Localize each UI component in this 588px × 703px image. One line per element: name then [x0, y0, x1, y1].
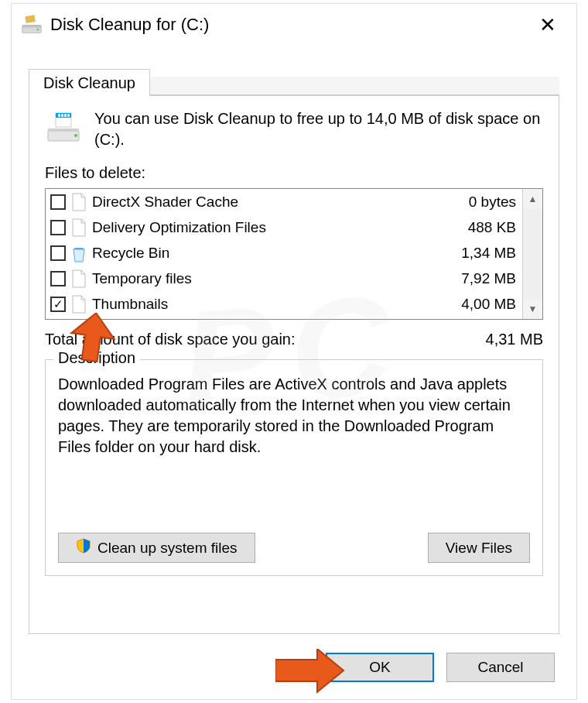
svg-point-12: [74, 134, 77, 137]
list-item[interactable]: Temporary files7,92 MB: [46, 266, 522, 291]
svg-rect-8: [58, 114, 60, 117]
file-name: Thumbnails: [92, 296, 456, 313]
file-icon: [70, 294, 87, 314]
file-name: Recycle Bin: [92, 245, 456, 262]
file-size: 1,34 MB: [461, 245, 518, 262]
cleanup-system-files-button[interactable]: Clean up system files: [58, 533, 255, 563]
cleanup-system-files-label: Clean up system files: [97, 540, 238, 557]
file-icon: [70, 192, 87, 212]
svg-rect-10: [64, 114, 67, 117]
files-to-delete-label: Files to delete:: [45, 164, 543, 182]
checkbox[interactable]: [50, 194, 66, 210]
checkbox[interactable]: ✓: [50, 297, 66, 312]
disk-cleanup-window: Disk Cleanup for (C:) ✕ Disk Cleanup: [11, 3, 577, 700]
view-files-button[interactable]: View Files: [428, 533, 530, 563]
svg-rect-9: [61, 114, 63, 117]
list-item[interactable]: ✓Thumbnails4,00 MB: [46, 291, 522, 317]
intro-text: You can use Disk Cleanup to free up to 1…: [94, 108, 543, 150]
checkbox[interactable]: [50, 245, 66, 261]
file-size: 0 bytes: [469, 194, 518, 211]
close-button[interactable]: ✕: [528, 13, 567, 37]
scroll-up-button[interactable]: ▲: [523, 189, 542, 209]
file-name: DirectX Shader Cache: [92, 194, 464, 211]
disk-cleanup-app-icon: [21, 14, 43, 36]
list-item[interactable]: Delivery Optimization Files488 KB: [46, 214, 522, 240]
cancel-label: Cancel: [477, 659, 523, 676]
file-icon: [70, 269, 87, 289]
total-label: Total amount of disk space you gain:: [45, 331, 296, 348]
window-title: Disk Cleanup for (C:): [50, 15, 528, 35]
recycle-bin-icon: [70, 243, 87, 263]
list-item[interactable]: Recycle Bin1,34 MB: [46, 240, 522, 266]
files-listbox[interactable]: DirectX Shader Cache0 bytesDelivery Opti…: [45, 188, 543, 320]
total-value: 4,31 MB: [486, 331, 543, 348]
scroll-down-button[interactable]: ▼: [523, 299, 542, 319]
checkbox[interactable]: [50, 220, 66, 235]
tab-panel: You can use Disk Cleanup to free up to 1…: [29, 95, 559, 634]
titlebar: Disk Cleanup for (C:) ✕: [12, 4, 576, 46]
total-row: Total amount of disk space you gain: 4,3…: [45, 331, 543, 348]
svg-rect-2: [25, 15, 36, 23]
ok-button[interactable]: OK: [326, 653, 434, 682]
drive-icon: [45, 108, 82, 146]
file-size: 4,00 MB: [461, 296, 518, 313]
description-group: Description Downloaded Program Files are…: [45, 359, 543, 576]
svg-rect-1: [22, 25, 42, 28]
view-files-label: View Files: [446, 540, 512, 557]
description-text: Downloaded Program Files are ActiveX con…: [58, 374, 530, 458]
tab-disk-cleanup[interactable]: Disk Cleanup: [29, 69, 150, 96]
ok-label: OK: [369, 659, 390, 676]
description-legend: Description: [53, 349, 140, 367]
svg-rect-5: [48, 129, 79, 132]
dialog-buttons: OK Cancel: [326, 653, 555, 682]
file-name: Delivery Optimization Files: [92, 219, 463, 236]
shield-icon: [76, 538, 91, 557]
svg-rect-11: [67, 114, 70, 117]
cancel-button[interactable]: Cancel: [446, 653, 555, 682]
file-name: Temporary files: [92, 270, 456, 287]
file-size: 488 KB: [468, 219, 518, 236]
file-icon: [70, 218, 87, 238]
scrollbar[interactable]: ▲ ▼: [522, 189, 542, 319]
svg-point-3: [37, 29, 39, 31]
file-size: 7,92 MB: [461, 270, 518, 287]
tab-area: Disk Cleanup You can use Disk Cleanup to…: [29, 69, 559, 634]
list-item[interactable]: DirectX Shader Cache0 bytes: [46, 189, 522, 214]
checkbox[interactable]: [50, 271, 66, 286]
